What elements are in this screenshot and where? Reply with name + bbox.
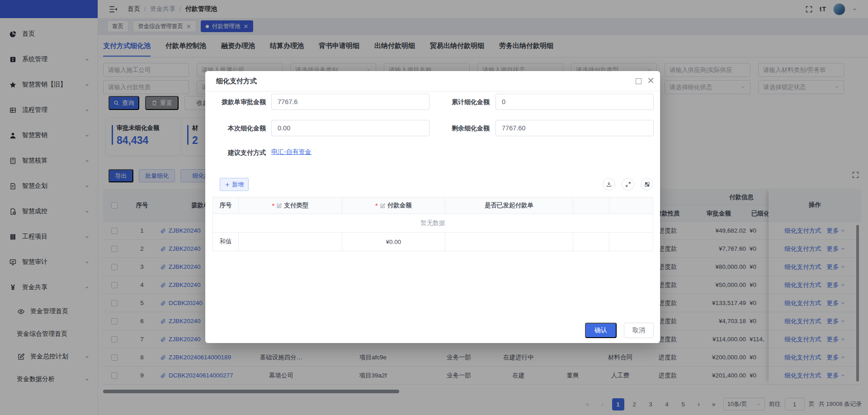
modal-header: 细化支付方式 [205, 71, 660, 91]
header-label: 是否已发起付款单 [485, 201, 533, 210]
confirm-button[interactable]: 确认 [585, 323, 617, 338]
cumulative-amount-input[interactable] [495, 94, 654, 110]
edit-icon [380, 203, 386, 209]
maximize-icon[interactable] [636, 78, 642, 84]
current-amount-input[interactable] [271, 120, 429, 136]
approve-amount-input[interactable] [271, 94, 429, 110]
approve-amount-label: 拨款单审批金额 [205, 94, 266, 110]
header-label: 支付类型 [284, 201, 308, 210]
edit-icon [276, 203, 282, 209]
suggest-method-label: 建议支付方式 [205, 144, 266, 161]
sum-row: 和值¥0.00 [212, 233, 653, 251]
sum-cell [609, 233, 653, 251]
sum-cell: 和值 [212, 233, 239, 251]
modal-column-header-付款金额: *付款金额 [342, 197, 445, 214]
modal-column-header-是否已发起付款单: 是否已发起付款单 [445, 197, 573, 214]
plus-icon [225, 182, 230, 187]
add-row-button[interactable]: 新增 [220, 178, 249, 191]
modal-table: 序号*支付类型*付款金额是否已发起付款单暂无数据和值¥0.00 [212, 197, 653, 251]
current-amount-label: 本次细化金额 [205, 120, 266, 136]
app-root: 首页系统管理智慧营销【旧】流程管理智慧营销智慧核算智慧企划智慧成控工程项目智慧审… [0, 0, 868, 415]
sum-cell [445, 233, 573, 251]
refine-payment-modal: 细化支付方式 ✕ 拨款单审批金额 累计细化金额 本次细化金额 剩余细化金额 建议… [205, 71, 660, 343]
column-settings-icon[interactable] [641, 178, 653, 191]
modal-column-header-empty [573, 197, 609, 214]
header-label: 序号 [220, 201, 232, 210]
modal-column-header-empty [609, 197, 653, 214]
required-asterisk: * [272, 202, 274, 209]
sum-cell: ¥0.00 [342, 233, 445, 251]
remaining-amount-label: 剩余细化金额 [429, 120, 490, 136]
sum-cell [573, 233, 609, 251]
expand-icon[interactable] [622, 178, 634, 191]
add-button-label: 新增 [232, 181, 244, 189]
header-label: 付款金额 [387, 201, 412, 210]
modal-title: 细化支付方式 [216, 77, 257, 86]
suggest-method-link[interactable]: 电汇-自有资金 [271, 148, 311, 156]
cancel-button[interactable]: 取消 [624, 323, 654, 338]
download-icon[interactable] [603, 178, 615, 191]
close-icon[interactable]: ✕ [647, 75, 655, 86]
required-asterisk: * [375, 202, 377, 209]
modal-column-header-序号: 序号 [212, 197, 239, 214]
cumulative-amount-label: 累计细化金额 [429, 94, 490, 110]
sum-cell [239, 233, 342, 251]
modal-table-header: 序号*支付类型*付款金额是否已发起付款单 [212, 197, 653, 214]
empty-state: 暂无数据 [212, 214, 653, 233]
modal-column-header-支付类型: *支付类型 [239, 197, 342, 214]
remaining-amount-input[interactable] [495, 120, 654, 136]
